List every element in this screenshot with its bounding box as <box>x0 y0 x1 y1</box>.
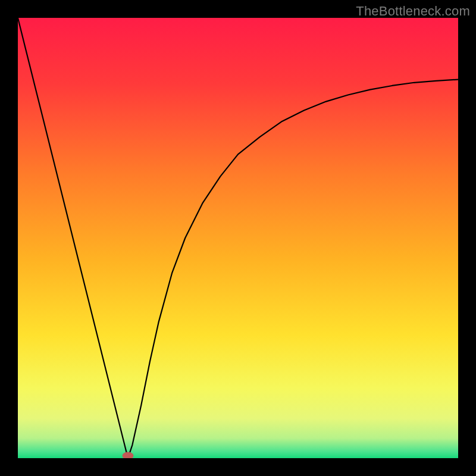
min-point-marker <box>123 452 133 458</box>
watermark-text: TheBottleneck.com <box>356 4 470 19</box>
plot-area <box>18 18 458 458</box>
curve-layer <box>18 18 458 458</box>
bottleneck-curve <box>18 18 458 458</box>
chart-frame: TheBottleneck.com <box>0 0 476 476</box>
